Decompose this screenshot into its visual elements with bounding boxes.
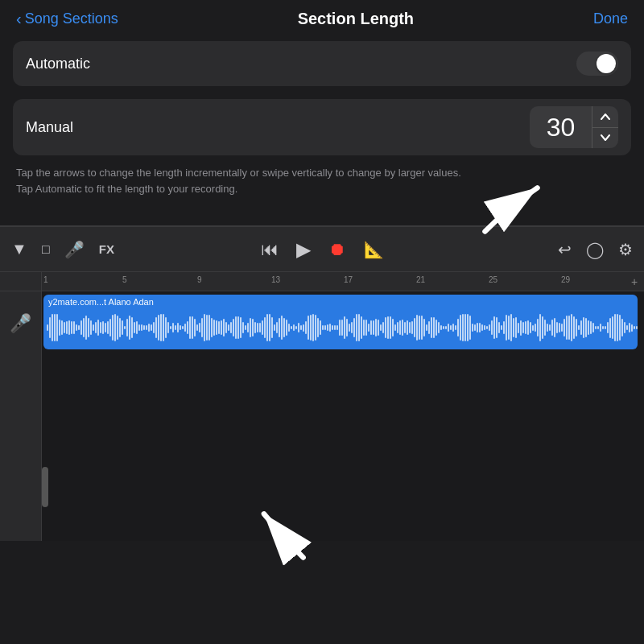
waveform-bar xyxy=(382,322,384,333)
waveform-bar xyxy=(196,324,198,331)
waveform-bar xyxy=(228,324,229,330)
waveform-bar xyxy=(614,314,616,341)
rewind-button[interactable]: ⏮ xyxy=(261,239,279,260)
waveform-bar xyxy=(109,319,111,336)
waveform-bar xyxy=(201,318,203,337)
waveform-bar xyxy=(271,317,273,338)
waveform-bar xyxy=(213,320,215,336)
scrollbar[interactable] xyxy=(42,467,48,507)
waveform-bar xyxy=(303,324,304,332)
waveform-bar xyxy=(259,323,261,332)
waveform-bar xyxy=(520,320,522,336)
length-stepper[interactable]: 30 xyxy=(530,106,618,148)
loop-button[interactable]: ◯ xyxy=(586,240,604,259)
waveform-bar xyxy=(448,324,449,332)
ruler-marks: 1 5 9 13 17 21 25 29 xyxy=(42,272,625,291)
waveform-bar xyxy=(423,319,425,336)
waveform-bar xyxy=(80,320,82,336)
waveform-bar xyxy=(464,314,466,341)
waveform-bar xyxy=(617,314,618,341)
back-label: Song Sections xyxy=(25,10,118,27)
waveform-bar xyxy=(580,320,582,334)
waveform-bar xyxy=(588,320,589,336)
nav-bar: ‹ Song Sections Section Length Done xyxy=(13,0,631,41)
waveform-bar xyxy=(247,323,249,333)
track-content[interactable]: y2mate.com...t Alano Adan xyxy=(42,291,644,356)
waveform-bar xyxy=(387,316,389,339)
metronome-button[interactable]: 📐 xyxy=(364,240,384,259)
waveform-bar xyxy=(68,320,70,335)
play-button[interactable]: ▶ xyxy=(296,238,311,261)
waveform-bar xyxy=(612,316,613,338)
waveform-bar xyxy=(535,324,536,332)
loop-browser-button[interactable]: ⬜︎ xyxy=(42,242,50,257)
waveform-bar xyxy=(189,316,191,338)
waveform-bar xyxy=(443,326,444,329)
waveform-bar xyxy=(66,321,68,333)
waveform-bar xyxy=(636,326,638,330)
waveform-bar xyxy=(539,314,541,341)
fx-button[interactable]: FX xyxy=(99,242,114,256)
waveform-bar xyxy=(525,321,526,334)
waveform-bar xyxy=(194,319,196,336)
waveform-bar xyxy=(629,323,630,333)
waveform-bar xyxy=(472,324,473,332)
add-track-button[interactable]: + xyxy=(625,272,644,291)
automatic-card: Automatic xyxy=(13,41,631,86)
stepper-decrement-button[interactable] xyxy=(592,128,618,149)
waveform-bar xyxy=(148,324,150,332)
manual-row: Manual 30 xyxy=(13,99,631,155)
audio-clip[interactable]: y2mate.com...t Alano Adan xyxy=(43,295,638,349)
waveform-bar xyxy=(211,318,213,337)
waveform-bar xyxy=(308,316,309,340)
record-button[interactable]: ⏺ xyxy=(328,239,346,260)
waveform-bar xyxy=(332,325,333,330)
waveform-bar xyxy=(544,320,546,336)
undo-button[interactable]: ↩ xyxy=(558,240,572,259)
waveform-bar xyxy=(286,320,287,336)
waveform-bar xyxy=(513,318,514,337)
waveform-bar xyxy=(455,325,456,329)
waveform-bar xyxy=(607,322,609,332)
waveform-bar xyxy=(117,316,118,341)
waveform-bar xyxy=(124,326,126,330)
mic-button[interactable]: 🎤 xyxy=(64,240,85,259)
automatic-row[interactable]: Automatic xyxy=(26,41,618,86)
waveform-bar xyxy=(76,324,77,331)
waveform-bar xyxy=(409,322,411,332)
waveform-bar xyxy=(530,322,531,333)
waveform-bar xyxy=(469,316,471,340)
waveform-bar xyxy=(175,325,176,330)
waveform-bar xyxy=(252,319,254,336)
manual-card: Manual 30 xyxy=(13,99,631,155)
back-button[interactable]: ‹ Song Sections xyxy=(16,10,118,28)
waveform-bar xyxy=(71,321,72,335)
waveform-bar xyxy=(566,316,568,340)
waveform-bar xyxy=(172,323,174,332)
track-mic-icon: 🎤 xyxy=(10,312,32,335)
waveform-bar xyxy=(452,324,454,332)
waveform-bar xyxy=(129,316,130,339)
waveform-bar xyxy=(327,324,328,330)
track-view-toggle[interactable]: ▼ xyxy=(11,240,27,258)
settings-button[interactable]: ⚙ xyxy=(618,240,633,259)
done-button[interactable]: Done xyxy=(593,10,628,27)
automatic-toggle[interactable] xyxy=(576,52,618,76)
waveform-bar xyxy=(329,324,331,332)
waveform-bar xyxy=(73,321,75,333)
waveform-bar xyxy=(288,324,290,331)
waveform-bar xyxy=(491,320,493,335)
waveform-bar xyxy=(324,325,326,329)
waveform-bar xyxy=(380,324,382,331)
waveform-bar xyxy=(436,320,437,335)
waveform-bar xyxy=(336,325,338,330)
waveform-bar xyxy=(54,314,56,341)
waveform-bar xyxy=(605,326,606,329)
track-row: 🎤 y2mate.com...t Alano Adan xyxy=(0,291,644,356)
waveform-bar xyxy=(315,315,316,341)
stepper-increment-button[interactable] xyxy=(592,106,618,128)
waveform-bar xyxy=(155,317,157,337)
waveform-bar xyxy=(353,318,355,338)
waveform-bar xyxy=(351,322,353,334)
waveform-bar xyxy=(208,315,210,340)
